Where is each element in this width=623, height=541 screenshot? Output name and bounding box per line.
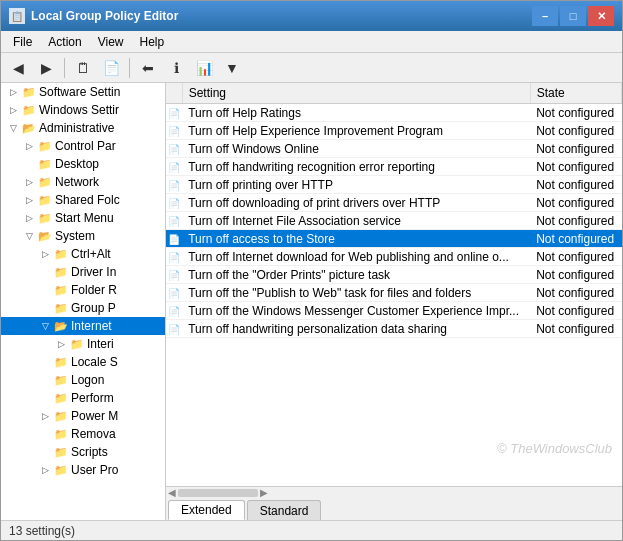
sidebar-item-internet-sub[interactable]: ▷ 📁 Interi (1, 335, 165, 353)
scroll-left-btn[interactable]: ◀ (168, 487, 176, 498)
sidebar-item-ctrl-alt[interactable]: ▷ 📁 Ctrl+Alt (1, 245, 165, 263)
sidebar-item-scripts[interactable]: 📁 Scripts (1, 443, 165, 461)
menu-file[interactable]: File (5, 33, 40, 51)
sidebar-item-removable[interactable]: 📁 Remova (1, 425, 165, 443)
row-state: Not configured (530, 158, 621, 176)
table-row[interactable]: 📄Turn off the Windows Messenger Customer… (166, 302, 622, 320)
sidebar-item-desktop[interactable]: 📁 Desktop (1, 155, 165, 173)
menu-view[interactable]: View (90, 33, 132, 51)
back-button[interactable]: ◀ (5, 56, 31, 80)
expand-start-menu[interactable]: ▷ (21, 209, 37, 227)
expand-internet-sub[interactable]: ▷ (53, 335, 69, 353)
forward-button[interactable]: ▶ (33, 56, 59, 80)
sidebar-item-system[interactable]: ▽ 📂 System (1, 227, 165, 245)
sidebar-item-group-policy[interactable]: 📁 Group P (1, 299, 165, 317)
back-btn2[interactable]: ⬅ (135, 56, 161, 80)
sidebar-item-logon[interactable]: 📁 Logon (1, 371, 165, 389)
title-bar-left: 📋 Local Group Policy Editor (9, 8, 178, 24)
table-row[interactable]: 📄Turn off access to the StoreNot configu… (166, 230, 622, 248)
expand-desktop[interactable] (21, 155, 37, 173)
folder-icon-user-profiles: 📁 (53, 462, 69, 478)
table-row[interactable]: 📄Turn off downloading of print drivers o… (166, 194, 622, 212)
tab-standard[interactable]: Standard (247, 500, 322, 520)
tab-extended[interactable]: Extended (168, 500, 245, 520)
table-row[interactable]: 📄Turn off Internet download for Web publ… (166, 248, 622, 266)
folder-icon-internet: 📂 (53, 318, 69, 334)
table-row[interactable]: 📄Turn off Windows OnlineNot configured (166, 140, 622, 158)
sidebar[interactable]: ▷ 📁 Software Settin ▷ 📁 Windows Settir ▽… (1, 83, 166, 520)
sidebar-item-user-profiles[interactable]: ▷ 📁 User Pro (1, 461, 165, 479)
expand-control-panel[interactable]: ▷ (21, 137, 37, 155)
sidebar-item-start-menu[interactable]: ▷ 📁 Start Menu (1, 209, 165, 227)
table-row[interactable]: 📄Turn off handwriting recognition error … (166, 158, 622, 176)
new-window-button[interactable]: 📄 (98, 56, 124, 80)
sidebar-item-internet[interactable]: ▽ 📂 Internet (1, 317, 165, 335)
table-row[interactable]: 📄Turn off the "Publish to Web" task for … (166, 284, 622, 302)
right-panel: Setting State 📄Turn off Help RatingsNot … (166, 83, 622, 520)
expand-shared-folders[interactable]: ▷ (21, 191, 37, 209)
settings-table[interactable]: Setting State 📄Turn off Help RatingsNot … (166, 83, 622, 486)
sidebar-item-software-settings[interactable]: ▷ 📁 Software Settin (1, 83, 165, 101)
table-row[interactable]: 📄Turn off printing over HTTPNot configur… (166, 176, 622, 194)
row-state: Not configured (530, 266, 621, 284)
sidebar-item-administrative[interactable]: ▽ 📂 Administrative (1, 119, 165, 137)
col-state-header[interactable]: State (530, 83, 621, 104)
row-setting: Turn off the Windows Messenger Customer … (182, 302, 530, 320)
expand-system[interactable]: ▽ (21, 227, 37, 245)
horizontal-scrollbar[interactable] (178, 489, 258, 497)
expand-scripts[interactable] (37, 443, 53, 461)
sidebar-item-windows-settings[interactable]: ▷ 📁 Windows Settir (1, 101, 165, 119)
sidebar-label-windows-settings: Windows Settir (39, 103, 119, 117)
filter-button[interactable]: ▼ (219, 56, 245, 80)
sidebar-item-folder-redir[interactable]: 📁 Folder R (1, 281, 165, 299)
folder-icon-system: 📂 (37, 228, 53, 244)
close-button[interactable]: ✕ (588, 6, 614, 26)
table-row[interactable]: 📄Turn off Help Experience Improvement Pr… (166, 122, 622, 140)
help-button[interactable]: ℹ (163, 56, 189, 80)
sidebar-label-power: Power M (71, 409, 118, 423)
sidebar-item-driver-install[interactable]: 📁 Driver In (1, 263, 165, 281)
expand-group-policy[interactable] (37, 299, 53, 317)
sidebar-item-performance[interactable]: 📁 Perform (1, 389, 165, 407)
row-icon: 📄 (166, 320, 182, 338)
minimize-button[interactable]: – (532, 6, 558, 26)
menu-action[interactable]: Action (40, 33, 89, 51)
properties-button[interactable]: 📊 (191, 56, 217, 80)
row-state: Not configured (530, 212, 621, 230)
expand-administrative[interactable]: ▽ (5, 119, 21, 137)
table-row[interactable]: 📄Turn off the "Order Prints" picture tas… (166, 266, 622, 284)
row-icon: 📄 (166, 302, 182, 320)
menu-help[interactable]: Help (132, 33, 173, 51)
expand-power[interactable]: ▷ (37, 407, 53, 425)
table-row[interactable]: 📄Turn off handwriting personalization da… (166, 320, 622, 338)
expand-windows-settings[interactable]: ▷ (5, 101, 21, 119)
expand-network[interactable]: ▷ (21, 173, 37, 191)
col-setting-header[interactable]: Setting (182, 83, 530, 104)
scroll-right-btn[interactable]: ▶ (260, 487, 268, 498)
row-icon: 📄 (166, 212, 182, 230)
sidebar-item-power[interactable]: ▷ 📁 Power M (1, 407, 165, 425)
expand-internet[interactable]: ▽ (37, 317, 53, 335)
expand-locale[interactable] (37, 353, 53, 371)
expand-user-profiles[interactable]: ▷ (37, 461, 53, 479)
sidebar-item-network[interactable]: ▷ 📁 Network (1, 173, 165, 191)
expand-performance[interactable] (37, 389, 53, 407)
sidebar-item-control-panel[interactable]: ▷ 📁 Control Par (1, 137, 165, 155)
table-row[interactable]: 📄Turn off Help RatingsNot configured (166, 104, 622, 122)
horizontal-scroll-area[interactable]: ◀ ▶ (166, 486, 622, 498)
maximize-button[interactable]: □ (560, 6, 586, 26)
show-console-tree-button[interactable]: 🗒 (70, 56, 96, 80)
expand-folder-redir[interactable] (37, 281, 53, 299)
expand-software-settings[interactable]: ▷ (5, 83, 21, 101)
table-row[interactable]: 📄Turn off Internet File Association serv… (166, 212, 622, 230)
folder-icon-removable: 📁 (53, 426, 69, 442)
expand-logon[interactable] (37, 371, 53, 389)
row-icon: 📄 (166, 284, 182, 302)
expand-driver-install[interactable] (37, 263, 53, 281)
expand-removable[interactable] (37, 425, 53, 443)
main-content: ▷ 📁 Software Settin ▷ 📁 Windows Settir ▽… (1, 83, 622, 520)
expand-ctrl-alt[interactable]: ▷ (37, 245, 53, 263)
sidebar-item-locale[interactable]: 📁 Locale S (1, 353, 165, 371)
row-setting: Turn off the "Order Prints" picture task (182, 266, 530, 284)
sidebar-item-shared-folders[interactable]: ▷ 📁 Shared Folc (1, 191, 165, 209)
